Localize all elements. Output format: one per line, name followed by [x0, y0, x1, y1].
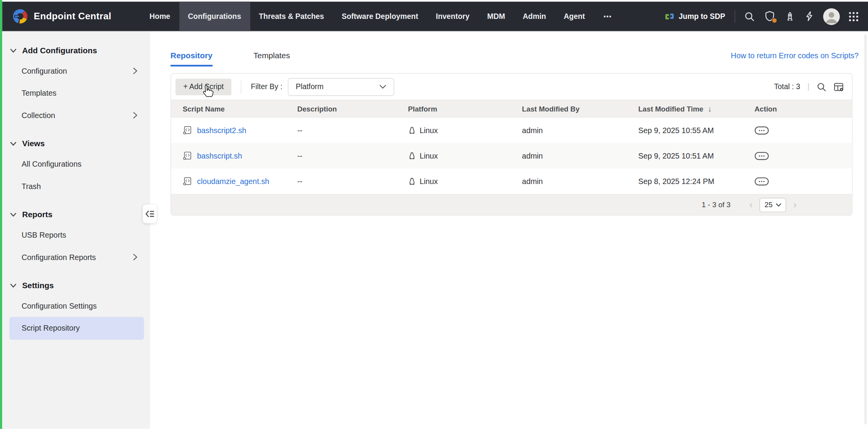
user-avatar[interactable]: [823, 8, 840, 25]
description-cell: --: [286, 177, 396, 186]
security-shield-icon[interactable]: [764, 10, 775, 22]
script-name-link[interactable]: cloudamzie_agent.sh: [171, 176, 286, 186]
table-row: bashscript2.sh -- Linux admin Sep 9, 202…: [171, 117, 852, 143]
chevron-right-icon: [132, 111, 138, 119]
error-codes-help-link[interactable]: How to return Error codes on Scripts?: [731, 52, 858, 67]
sidebar-section-views[interactable]: Views: [0, 135, 150, 152]
sidebar-item-all-configurations[interactable]: All Configurations: [0, 153, 150, 175]
sidebar-section-add-configurations[interactable]: Add Configurations: [0, 42, 150, 59]
modified-time-cell: Sep 9, 2025 10:55 AM: [627, 126, 743, 135]
sidebar-item-collection[interactable]: Collection: [0, 104, 150, 126]
nav-item-admin[interactable]: Admin: [514, 2, 555, 31]
pagination-range-label: 1 - 3 of 3: [702, 201, 731, 209]
nav-item-agent[interactable]: Agent: [555, 2, 594, 31]
script-file-icon: [183, 125, 192, 135]
column-header-last-modified-time[interactable]: Last Modified Time ↓: [627, 104, 743, 113]
column-header-action: Action: [743, 105, 852, 113]
column-header-description[interactable]: Description: [286, 105, 396, 113]
notification-badge: [772, 18, 777, 23]
toolbar-right-cluster: Total : 3 |: [774, 82, 844, 92]
top-navbar: Endpoint Central Home Configurations Thr…: [0, 2, 868, 31]
script-name-link[interactable]: bashscript.sh: [171, 151, 286, 160]
lightning-bolt-icon[interactable]: [804, 11, 814, 22]
endpoint-central-logo-icon: [13, 9, 28, 24]
table-header-row: Script Name Description Platform Last Mo…: [171, 100, 852, 118]
column-header-last-modified-by[interactable]: Last Modified By: [510, 105, 627, 113]
sidebar-item-configuration-reports[interactable]: Configuration Reports: [0, 246, 150, 268]
platform-filter-value: Platform: [296, 83, 323, 91]
collapse-sidebar-icon: [145, 209, 155, 219]
sidebar-section-reports[interactable]: Reports: [0, 206, 150, 223]
row-actions-button[interactable]: [755, 152, 769, 160]
repository-toolbar: + Add Script Filter By : Platform Total …: [171, 74, 852, 100]
row-actions-button[interactable]: [755, 126, 769, 135]
tabs-row: Repository Templates How to return Error…: [170, 51, 858, 66]
navbar-divider: [735, 10, 735, 23]
column-header-script-name[interactable]: Script Name: [171, 105, 286, 113]
sidebar-item-templates[interactable]: Templates: [0, 82, 150, 104]
nav-item-configurations[interactable]: Configurations: [179, 2, 250, 31]
modified-by-cell: admin: [510, 126, 627, 135]
nav-item-threats-patches[interactable]: Threats & Patches: [250, 2, 333, 31]
left-sidebar: Add Configurations Configuration Templat…: [0, 31, 150, 429]
main-content: Repository Templates How to return Error…: [150, 31, 868, 429]
table-search-icon[interactable]: [816, 82, 826, 92]
platform-cell: Linux: [396, 126, 510, 135]
next-page-button[interactable]: ›: [791, 200, 799, 209]
filter-by-label: Filter By :: [251, 83, 283, 91]
chevron-down-icon: [10, 140, 17, 147]
chevron-down-icon: [775, 203, 782, 207]
navbar-right-cluster: Jump to SDP: [665, 2, 868, 31]
ellipsis-pill-icon: [755, 126, 769, 135]
jump-to-sdp-label: Jump to SDP: [679, 12, 725, 21]
nav-more-icon[interactable]: ⋯: [596, 2, 619, 31]
nav-item-inventory[interactable]: Inventory: [427, 2, 478, 31]
modified-time-cell: Sep 9, 2025 10:51 AM: [627, 152, 743, 160]
row-actions-button[interactable]: [755, 177, 769, 186]
vertical-scrollbar[interactable]: [864, 34, 867, 424]
platform-cell: Linux: [396, 177, 510, 186]
repository-card: + Add Script Filter By : Platform Total …: [170, 73, 852, 216]
sidebar-item-configuration-settings[interactable]: Configuration Settings: [0, 295, 150, 317]
total-count-label: Total : 3: [774, 83, 800, 91]
tab-repository[interactable]: Repository: [170, 51, 212, 66]
jump-to-sdp-button[interactable]: Jump to SDP: [665, 12, 725, 21]
sidebar-collapse-button[interactable]: [143, 204, 157, 223]
chevron-right-icon: [132, 67, 138, 75]
modified-time-cell: Sep 8, 2025 12:24 PM: [627, 177, 743, 186]
rocket-icon[interactable]: [784, 11, 796, 22]
sidebar-item-configuration[interactable]: Configuration: [0, 60, 150, 82]
table-row: cloudamzie_agent.sh -- Linux admin Sep 8…: [171, 169, 852, 194]
description-cell: --: [286, 126, 396, 135]
brand-name: Endpoint Central: [34, 11, 111, 22]
nav-item-software-deployment[interactable]: Software Deployment: [333, 2, 427, 31]
sdp-icon: [665, 12, 674, 21]
column-header-platform[interactable]: Platform: [396, 105, 510, 113]
brand[interactable]: Endpoint Central: [0, 2, 128, 31]
chevron-down-icon: [379, 84, 387, 89]
previous-page-button[interactable]: ‹: [747, 200, 755, 209]
script-name-link[interactable]: bashscript2.sh: [171, 125, 286, 135]
sidebar-item-trash[interactable]: Trash: [0, 175, 150, 197]
column-settings-icon[interactable]: [834, 82, 844, 92]
modified-by-cell: admin: [510, 152, 627, 160]
search-icon[interactable]: [744, 11, 755, 22]
chevron-down-icon: [10, 282, 17, 289]
platform-filter-dropdown[interactable]: Platform: [288, 78, 394, 96]
sidebar-item-usb-reports[interactable]: USB Reports: [0, 224, 150, 246]
nav-item-home[interactable]: Home: [141, 2, 179, 31]
chevron-down-icon: [10, 211, 17, 218]
toolbar-divider: [241, 80, 241, 93]
sidebar-section-settings[interactable]: Settings: [0, 277, 150, 294]
linux-tux-icon: [408, 177, 415, 186]
ellipsis-pill-icon: [755, 152, 769, 160]
page-size-dropdown[interactable]: 25: [760, 198, 786, 212]
script-file-icon: [183, 151, 192, 160]
apps-grid-icon[interactable]: [848, 11, 859, 22]
add-script-button[interactable]: + Add Script: [175, 78, 231, 95]
sidebar-item-script-repository[interactable]: Script Repository: [9, 317, 144, 340]
tab-templates[interactable]: Templates: [253, 51, 290, 66]
nav-item-mdm[interactable]: MDM: [478, 2, 514, 31]
ellipsis-pill-icon: [755, 177, 769, 186]
sort-descending-icon[interactable]: ↓: [708, 104, 712, 113]
